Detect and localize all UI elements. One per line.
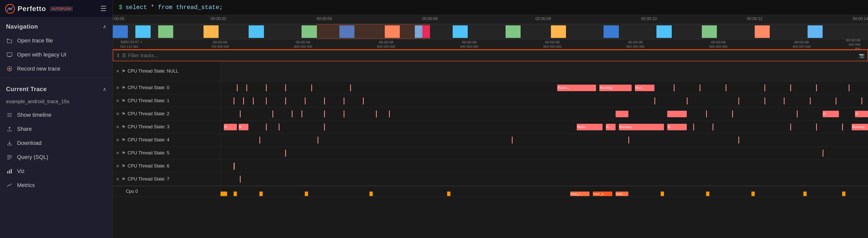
track-content-null[interactable] bbox=[221, 61, 868, 81]
bar-cpu2-2 bbox=[667, 111, 686, 117]
track-pin-cpu2[interactable]: ⚑ bbox=[122, 111, 126, 117]
track-close-null[interactable]: ✕ bbox=[116, 69, 120, 74]
sidebar-item-share[interactable]: Share bbox=[0, 122, 113, 136]
track-label-area-cpu5: ✕ ⚑ CPU Thread State: 5 bbox=[113, 147, 221, 159]
track-row-cpuA: Cpu 0 msm_i... msm_ir... bbox=[113, 186, 868, 197]
tick-cpu0-4 bbox=[285, 84, 286, 91]
cpu-bar-0-7 bbox=[661, 191, 664, 196]
track-content-cpu6[interactable] bbox=[221, 160, 868, 173]
tick-cpu1-10 bbox=[654, 98, 655, 104]
track-pin-cpu4[interactable]: ⚑ bbox=[122, 137, 126, 143]
track-expand-button[interactable]: ⇕ bbox=[116, 53, 120, 58]
tick-cpu1-12 bbox=[738, 98, 739, 104]
track-pin-cpu7[interactable]: ⚑ bbox=[122, 177, 126, 182]
record-trace-icon bbox=[6, 65, 13, 72]
time-tick-1: 00:00:02 bbox=[211, 17, 226, 21]
sidebar-item-open-trace[interactable]: Open trace file bbox=[0, 34, 113, 48]
bar-cpu3-run3-label: Running bbox=[619, 125, 631, 129]
sidebar-item-legacy-label: Open with legacy UI bbox=[17, 51, 66, 58]
track-pin-null[interactable]: ⚑ bbox=[122, 69, 126, 74]
track-label-cpu1: CPU Thread State: 1 bbox=[128, 98, 217, 103]
track-label-cpu7: CPU Thread State: 7 bbox=[128, 177, 217, 182]
tick-cpu2-4 bbox=[302, 110, 302, 117]
track-close-cpu0[interactable]: ✕ bbox=[116, 85, 120, 90]
tick-cpu1-11 bbox=[687, 98, 687, 104]
sidebar-item-viz[interactable]: Viz bbox=[0, 164, 113, 178]
show-timeline-icon bbox=[6, 111, 13, 118]
track-content-cpu5[interactable] bbox=[221, 147, 868, 159]
track-content-cpu2[interactable]: R R bbox=[221, 107, 868, 120]
sidebar-item-record-trace[interactable]: Record new trace bbox=[0, 62, 113, 76]
svg-rect-14 bbox=[11, 169, 12, 174]
track-list-button[interactable]: ☰ bbox=[122, 53, 126, 58]
tick-cpu3-7 bbox=[816, 124, 817, 131]
track-close-cpu2[interactable]: ✕ bbox=[116, 111, 120, 117]
track-close-cpu5[interactable]: ✕ bbox=[116, 150, 120, 156]
sidebar-item-download[interactable]: Download bbox=[0, 136, 113, 150]
track-close-cpu6[interactable]: ✕ bbox=[116, 163, 120, 169]
sidebar-item-metrics[interactable]: Metrics bbox=[0, 178, 113, 192]
tick-cpu1-8 bbox=[344, 98, 344, 104]
bar-cpu3-r2: R bbox=[239, 124, 248, 130]
track-label-cpuA: Cpu 0 bbox=[126, 189, 217, 194]
tick-cpu1-15 bbox=[810, 98, 811, 104]
time-tick-0: 00:00:00 bbox=[113, 17, 124, 21]
timeline-container: 00:00:00 00:00:02 00:00:04 00:00:06 00:0… bbox=[113, 15, 868, 238]
track-row-cpu2: ✕ ⚑ CPU Thread State: 2 bbox=[113, 107, 868, 121]
track-pin-cpu5[interactable]: ⚑ bbox=[122, 150, 126, 156]
filter-camera-button[interactable]: 📷 bbox=[859, 53, 865, 58]
track-close-cpu1[interactable]: ✕ bbox=[116, 98, 120, 104]
sidebar-item-show-timeline-label: Show timeline bbox=[17, 112, 51, 118]
svg-rect-2 bbox=[7, 53, 12, 56]
tracks-area[interactable]: ✕ ⚑ CPU Thread State: NULL ✕ ⚑ CPU Threa… bbox=[113, 61, 868, 238]
track-label-area-null: ✕ ⚑ CPU Thread State: NULL bbox=[113, 61, 221, 81]
time-tick-4: 00:00:08 bbox=[535, 17, 551, 21]
tick-cpu5-2 bbox=[823, 150, 824, 157]
sql-prompt: $ select * from thread_state; bbox=[119, 4, 223, 11]
overview-minimap[interactable] bbox=[113, 24, 868, 39]
sidebar-item-query-sql[interactable]: Query (SQL) bbox=[0, 150, 113, 164]
track-content-cpu0[interactable]: Runni... Running Run... bbox=[221, 81, 868, 94]
track-pin-cpu1[interactable]: ⚑ bbox=[122, 98, 126, 104]
track-close-cpu7[interactable]: ✕ bbox=[116, 177, 120, 182]
track-content-cpu7[interactable] bbox=[221, 173, 868, 186]
tick-cpu2-7 bbox=[376, 110, 377, 117]
hamburger-button[interactable]: ☰ bbox=[99, 3, 107, 14]
track-label-cpu2: CPU Thread State: 2 bbox=[128, 111, 217, 116]
trace-filename: example_android_trace_15s bbox=[0, 96, 113, 108]
secondary-tick-2: 00:00:06800 000 000 bbox=[294, 40, 312, 49]
track-label-cpu4: CPU Thread State: 4 bbox=[128, 137, 217, 142]
tick-cpu3-6 bbox=[790, 124, 791, 131]
track-row-null: ✕ ⚑ CPU Thread State: NULL bbox=[113, 61, 868, 81]
sidebar-item-metrics-label: Metrics bbox=[17, 182, 35, 188]
bar-cpu2-4: R bbox=[855, 111, 868, 117]
filter-tracks-input[interactable] bbox=[128, 53, 857, 58]
viewport-indicator[interactable] bbox=[317, 24, 430, 39]
sidebar-item-legacy-ui[interactable]: Open with legacy UI bbox=[0, 48, 113, 62]
sidebar-header: Perfetto AUTOPUSH ☰ bbox=[0, 0, 113, 18]
track-content-cpu3[interactable]: R... R Runn... R... bbox=[221, 121, 868, 133]
bar-cpu0-run3: Run... bbox=[635, 85, 654, 91]
track-row-cpu1: ✕ ⚑ CPU Thread State: 1 bbox=[113, 95, 868, 107]
track-label-cpu0: CPU Thread State: 0 bbox=[128, 85, 217, 90]
track-pin-cpu0[interactable]: ⚑ bbox=[122, 85, 126, 90]
viz-icon bbox=[6, 168, 13, 175]
tick-cpu1-5 bbox=[285, 98, 286, 104]
track-pin-cpu3[interactable]: ⚑ bbox=[122, 124, 126, 130]
track-close-cpu3[interactable]: ✕ bbox=[116, 124, 120, 130]
cpu-bar-0-2 bbox=[234, 191, 237, 196]
bar-cpu2-4-label: R bbox=[855, 112, 858, 116]
secondary-tick-4: 00:00:06840 000 000 bbox=[460, 40, 478, 49]
track-content-cpuA[interactable]: msm_i... msm_ir... msm... bbox=[221, 186, 868, 196]
track-content-cpu4[interactable] bbox=[221, 134, 868, 147]
track-pin-cpu6[interactable]: ⚑ bbox=[122, 163, 126, 169]
track-close-cpu4[interactable]: ✕ bbox=[116, 137, 120, 143]
time-tick-3: 00:00:06 bbox=[422, 17, 438, 21]
tick-cpu0-9 bbox=[725, 84, 726, 91]
cpu-bar-0-6 bbox=[447, 191, 451, 196]
tick-cpu0-12 bbox=[816, 84, 817, 91]
sidebar-item-show-timeline[interactable]: Show timeline bbox=[0, 108, 113, 122]
track-content-cpu1[interactable] bbox=[221, 95, 868, 107]
tick-cpu0-13 bbox=[849, 84, 849, 91]
svg-point-1 bbox=[9, 8, 11, 10]
